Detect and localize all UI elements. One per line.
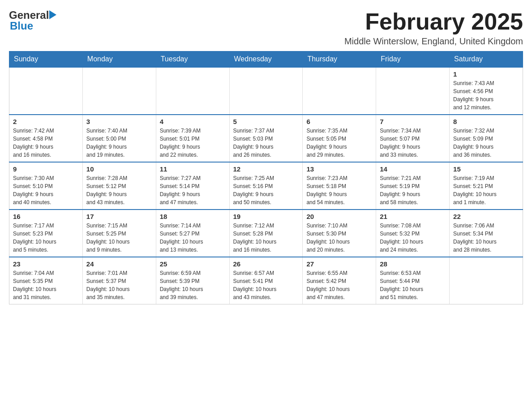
day-info: Sunrise: 7:37 AM Sunset: 5:03 PM Dayligh… [233,127,299,159]
calendar-cell: 2Sunrise: 7:42 AM Sunset: 4:58 PM Daylig… [9,115,83,162]
calendar-cell: 28Sunrise: 6:53 AM Sunset: 5:44 PM Dayli… [376,257,450,304]
column-header-friday: Friday [376,51,450,68]
calendar-cell [156,67,229,115]
calendar-cell: 1Sunrise: 7:43 AM Sunset: 4:56 PM Daylig… [450,67,523,115]
page-header: General Blue February 2025 Middle Winter… [9,9,523,47]
day-number: 15 [453,165,519,173]
day-info: Sunrise: 7:39 AM Sunset: 5:01 PM Dayligh… [160,127,226,159]
calendar-cell [9,67,83,115]
day-info: Sunrise: 7:23 AM Sunset: 5:18 PM Dayligh… [306,174,372,206]
day-info: Sunrise: 7:35 AM Sunset: 5:05 PM Dayligh… [306,127,372,159]
day-number: 16 [13,213,79,220]
location-subtitle: Middle Winterslow, England, United Kingd… [344,36,523,47]
day-info: Sunrise: 7:04 AM Sunset: 5:35 PM Dayligh… [13,269,79,301]
column-header-tuesday: Tuesday [156,51,229,68]
column-header-saturday: Saturday [450,51,523,68]
day-number: 12 [233,165,299,173]
day-number: 2 [13,118,79,125]
day-number: 21 [380,213,446,220]
day-info: Sunrise: 7:10 AM Sunset: 5:30 PM Dayligh… [306,222,372,254]
day-info: Sunrise: 7:34 AM Sunset: 5:07 PM Dayligh… [380,127,446,159]
day-number: 23 [13,260,79,268]
day-number: 24 [86,260,152,268]
calendar-cell: 7Sunrise: 7:34 AM Sunset: 5:07 PM Daylig… [376,115,450,162]
calendar-cell: 16Sunrise: 7:17 AM Sunset: 5:23 PM Dayli… [9,210,83,257]
calendar-cell [376,67,450,115]
calendar-cell: 13Sunrise: 7:23 AM Sunset: 5:18 PM Dayli… [303,162,376,210]
day-info: Sunrise: 7:28 AM Sunset: 5:12 PM Dayligh… [86,174,152,206]
calendar-cell: 6Sunrise: 7:35 AM Sunset: 5:05 PM Daylig… [303,115,376,162]
calendar-cell: 5Sunrise: 7:37 AM Sunset: 5:03 PM Daylig… [229,115,303,162]
day-number: 1 [453,70,519,78]
calendar-cell: 12Sunrise: 7:25 AM Sunset: 5:16 PM Dayli… [229,162,303,210]
column-header-thursday: Thursday [303,51,376,68]
title-area: February 2025 Middle Winterslow, England… [344,9,523,47]
week-row-2: 2Sunrise: 7:42 AM Sunset: 4:58 PM Daylig… [9,115,523,162]
calendar-cell [229,67,303,115]
column-header-wednesday: Wednesday [229,51,303,68]
calendar-table: SundayMondayTuesdayWednesdayThursdayFrid… [9,51,523,304]
day-info: Sunrise: 7:19 AM Sunset: 5:21 PM Dayligh… [453,174,519,206]
day-info: Sunrise: 7:32 AM Sunset: 5:09 PM Dayligh… [453,127,519,159]
calendar-cell: 3Sunrise: 7:40 AM Sunset: 5:00 PM Daylig… [82,115,156,162]
calendar-cell: 23Sunrise: 7:04 AM Sunset: 5:35 PM Dayli… [9,257,83,304]
day-number: 6 [306,118,372,125]
calendar-cell [450,257,523,304]
calendar-cell: 20Sunrise: 7:10 AM Sunset: 5:30 PM Dayli… [303,210,376,257]
day-number: 5 [233,118,299,125]
logo-arrow-icon [49,10,56,19]
day-info: Sunrise: 7:21 AM Sunset: 5:19 PM Dayligh… [380,174,446,206]
week-row-1: 1Sunrise: 7:43 AM Sunset: 4:56 PM Daylig… [9,67,523,115]
calendar-cell: 18Sunrise: 7:14 AM Sunset: 5:27 PM Dayli… [156,210,229,257]
calendar-cell: 11Sunrise: 7:27 AM Sunset: 5:14 PM Dayli… [156,162,229,210]
calendar-cell: 10Sunrise: 7:28 AM Sunset: 5:12 PM Dayli… [82,162,156,210]
calendar-cell: 19Sunrise: 7:12 AM Sunset: 5:28 PM Dayli… [229,210,303,257]
day-info: Sunrise: 7:30 AM Sunset: 5:10 PM Dayligh… [13,174,79,206]
day-number: 18 [160,213,226,220]
day-info: Sunrise: 7:08 AM Sunset: 5:32 PM Dayligh… [380,222,446,254]
day-number: 27 [306,260,372,268]
calendar-cell: 15Sunrise: 7:19 AM Sunset: 5:21 PM Dayli… [450,162,523,210]
day-number: 14 [380,165,446,173]
day-info: Sunrise: 6:55 AM Sunset: 5:42 PM Dayligh… [306,269,372,301]
month-title: February 2025 [344,9,523,34]
day-info: Sunrise: 7:14 AM Sunset: 5:27 PM Dayligh… [160,222,226,254]
day-number: 26 [233,260,299,268]
day-number: 17 [86,213,152,220]
calendar-cell: 9Sunrise: 7:30 AM Sunset: 5:10 PM Daylig… [9,162,83,210]
calendar-cell: 17Sunrise: 7:15 AM Sunset: 5:25 PM Dayli… [82,210,156,257]
calendar-cell: 22Sunrise: 7:06 AM Sunset: 5:34 PM Dayli… [450,210,523,257]
day-number: 20 [306,213,372,220]
day-info: Sunrise: 6:53 AM Sunset: 5:44 PM Dayligh… [380,269,446,301]
day-number: 22 [453,213,519,220]
day-info: Sunrise: 7:01 AM Sunset: 5:37 PM Dayligh… [86,269,152,301]
calendar-cell: 14Sunrise: 7:21 AM Sunset: 5:19 PM Dayli… [376,162,450,210]
day-number: 10 [86,165,152,173]
day-number: 28 [380,260,446,268]
day-info: Sunrise: 7:12 AM Sunset: 5:28 PM Dayligh… [233,222,299,254]
day-number: 25 [160,260,226,268]
day-info: Sunrise: 6:57 AM Sunset: 5:41 PM Dayligh… [233,269,299,301]
calendar-cell: 25Sunrise: 6:59 AM Sunset: 5:39 PM Dayli… [156,257,229,304]
day-number: 8 [453,118,519,125]
column-header-monday: Monday [82,51,156,68]
calendar-header-row: SundayMondayTuesdayWednesdayThursdayFrid… [9,51,523,68]
day-info: Sunrise: 7:27 AM Sunset: 5:14 PM Dayligh… [160,174,226,206]
day-number: 11 [160,165,226,173]
day-number: 13 [306,165,372,173]
day-info: Sunrise: 7:40 AM Sunset: 5:00 PM Dayligh… [86,127,152,159]
logo: General Blue [9,9,57,32]
week-row-3: 9Sunrise: 7:30 AM Sunset: 5:10 PM Daylig… [9,162,523,210]
calendar-cell: 27Sunrise: 6:55 AM Sunset: 5:42 PM Dayli… [303,257,376,304]
calendar-cell: 26Sunrise: 6:57 AM Sunset: 5:41 PM Dayli… [229,257,303,304]
day-number: 7 [380,118,446,125]
day-info: Sunrise: 7:17 AM Sunset: 5:23 PM Dayligh… [13,222,79,254]
week-row-5: 23Sunrise: 7:04 AM Sunset: 5:35 PM Dayli… [9,257,523,304]
day-info: Sunrise: 6:59 AM Sunset: 5:39 PM Dayligh… [160,269,226,301]
day-number: 9 [13,165,79,173]
day-info: Sunrise: 7:06 AM Sunset: 5:34 PM Dayligh… [453,222,519,254]
day-number: 19 [233,213,299,220]
day-number: 3 [86,118,152,125]
calendar-cell: 4Sunrise: 7:39 AM Sunset: 5:01 PM Daylig… [156,115,229,162]
calendar-cell: 21Sunrise: 7:08 AM Sunset: 5:32 PM Dayli… [376,210,450,257]
